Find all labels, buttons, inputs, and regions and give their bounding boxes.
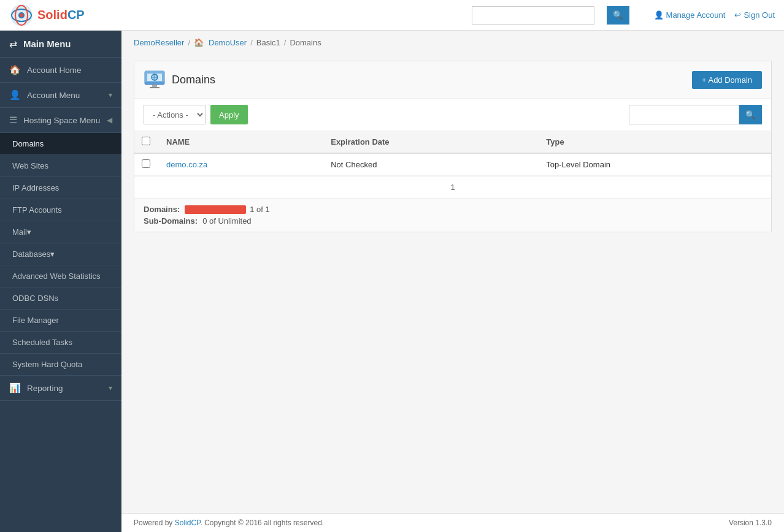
logo-icon xyxy=(9,3,34,28)
panel-header: Domains + Add Domain xyxy=(134,61,771,99)
domains-icon xyxy=(144,69,166,91)
main-menu-label: Main Menu xyxy=(23,39,71,49)
svg-rect-9 xyxy=(150,87,159,88)
svg-point-4 xyxy=(20,13,23,17)
pagination-text: 1 xyxy=(450,183,455,192)
sidebar-item-web-sites[interactable]: Web Sites xyxy=(0,155,121,177)
sidebar-item-domains[interactable]: Domains xyxy=(0,133,121,155)
databases-label: Databases xyxy=(12,249,50,259)
hosting-space-label: Hosting Space Menu xyxy=(23,116,107,125)
hosting-space-icon: ☰ xyxy=(9,115,17,126)
table-row: demo.co.za Not Checked Top-Level Domain xyxy=(134,153,771,176)
row-name-cell: demo.co.za xyxy=(159,153,323,176)
web-sites-label: Web Sites xyxy=(12,161,48,170)
table-body: demo.co.za Not Checked Top-Level Domain xyxy=(134,153,771,176)
select-all-checkbox[interactable] xyxy=(142,137,150,145)
file-manager-label: File Manager xyxy=(12,316,59,325)
breadcrumb-basic1: Basic1 xyxy=(256,38,280,47)
databases-chevron: ▾ xyxy=(50,249,55,259)
row-type-cell: Top-Level Domain xyxy=(539,153,771,176)
add-domain-button[interactable]: + Add Domain xyxy=(692,71,762,89)
account-menu-label: Account Menu xyxy=(27,91,109,100)
top-search-container: 🔍 xyxy=(472,6,642,25)
hosting-space-chevron: ◀ xyxy=(107,116,112,124)
domains-bar xyxy=(185,205,246,214)
reporting-icon: 📊 xyxy=(9,382,21,393)
sidebar-main-menu: ⇄ Main Menu xyxy=(0,31,121,58)
user-icon: 👤 xyxy=(654,10,664,20)
domains-table: NAME Expiration Date Type demo.co.za Not… xyxy=(134,131,771,176)
sidebar-item-file-manager[interactable]: File Manager xyxy=(0,310,121,332)
sidebar: ⇄ Main Menu 🏠 Account Home 👤 Account Men… xyxy=(0,31,121,532)
footer-brand-link[interactable]: SolidCP xyxy=(175,519,201,527)
toolbar-row: - Actions - Apply 🔍 xyxy=(134,99,771,131)
logo-cp-text: CP xyxy=(67,8,85,21)
breadcrumb-demo-user[interactable]: DemoUser xyxy=(209,38,247,47)
breadcrumb: DemoReseller / 🏠 DemoUser / Basic1 / Dom… xyxy=(121,31,784,55)
sidebar-item-mail[interactable]: Mail ▾ xyxy=(0,221,121,243)
actions-select[interactable]: - Actions - xyxy=(144,105,206,124)
main-menu-icon: ⇄ xyxy=(9,38,17,50)
content-area: DemoReseller / 🏠 DemoUser / Basic1 / Dom… xyxy=(121,31,784,532)
domain-search-input[interactable] xyxy=(629,105,739,124)
sign-out-link[interactable]: ↩ Sign Out xyxy=(734,10,775,20)
domain-search-button[interactable]: 🔍 xyxy=(739,105,762,124)
sidebar-item-ip-addresses[interactable]: IP Addresses xyxy=(0,177,121,199)
mail-chevron: ▾ xyxy=(27,227,31,237)
domains-stat-row: Domains: 1 of 1 xyxy=(144,205,762,214)
domains-bar-container: 1 of 1 xyxy=(185,205,270,214)
system-hard-quota-label: System Hard Quota xyxy=(12,360,82,369)
row-checkbox[interactable] xyxy=(142,159,150,168)
domain-link[interactable]: demo.co.za xyxy=(166,160,207,169)
toolbar-left: - Actions - Apply xyxy=(144,105,248,124)
type-header: Type xyxy=(539,131,771,153)
sidebar-item-account-menu[interactable]: 👤 Account Menu ▾ xyxy=(0,83,121,108)
account-home-icon: 🏠 xyxy=(9,64,21,75)
sidebar-item-reporting[interactable]: 📊 Reporting ▾ xyxy=(0,376,121,401)
stats-footer: Domains: 1 of 1 Sub-Domains: 0 of Unlimi… xyxy=(134,198,771,232)
row-checkbox-cell xyxy=(134,153,159,176)
top-search-input[interactable] xyxy=(472,6,594,25)
mail-label: Mail xyxy=(12,227,27,237)
scheduled-tasks-label: Scheduled Tasks xyxy=(12,338,72,347)
version-text: Version 1.3.0 xyxy=(729,519,772,527)
manage-account-link[interactable]: 👤 Manage Account xyxy=(654,10,726,20)
domains-bar-fill xyxy=(185,205,246,214)
subdomains-stat-label: Sub-Domains: xyxy=(144,216,198,226)
sidebar-item-ftp-accounts[interactable]: FTP Accounts xyxy=(0,199,121,221)
domains-panel: Domains + Add Domain - Actions - Apply 🔍 xyxy=(134,61,772,232)
sidebar-item-account-home[interactable]: 🏠 Account Home xyxy=(0,58,121,83)
checkbox-header xyxy=(134,131,159,153)
ftp-accounts-label: FTP Accounts xyxy=(12,205,62,215)
ip-addresses-label: IP Addresses xyxy=(12,183,59,192)
breadcrumb-demo-reseller[interactable]: DemoReseller xyxy=(134,38,184,47)
apply-button[interactable]: Apply xyxy=(210,105,248,124)
sidebar-item-databases[interactable]: Databases ▾ xyxy=(0,243,121,265)
row-expiration-cell: Not Checked xyxy=(323,153,539,176)
main-layout: ⇄ Main Menu 🏠 Account Home 👤 Account Men… xyxy=(0,31,784,532)
logo: SolidCP xyxy=(9,3,85,28)
top-navbar: SolidCP 🔍 👤 Manage Account ↩ Sign Out xyxy=(0,0,784,31)
signout-icon: ↩ xyxy=(734,10,741,20)
name-header: NAME xyxy=(159,131,323,153)
account-menu-icon: 👤 xyxy=(9,89,21,101)
logo-solid-text: Solid xyxy=(37,8,67,21)
page-title: Domains xyxy=(172,74,215,86)
sidebar-item-odbc-dsns[interactable]: ODBC DSNs xyxy=(0,287,121,310)
sidebar-item-scheduled-tasks[interactable]: Scheduled Tasks xyxy=(0,332,121,354)
footer-text: Powered by SolidCP. Copyright © 2016 all… xyxy=(134,519,324,527)
reporting-label: Reporting xyxy=(27,384,109,393)
sidebar-item-advanced-web-stats[interactable]: Advanced Web Statistics xyxy=(0,265,121,287)
subdomains-stat-count: 0 of Unlimited xyxy=(202,216,251,226)
expiration-header: Expiration Date xyxy=(323,131,539,153)
account-home-label: Account Home xyxy=(27,66,112,75)
pagination-row: 1 xyxy=(134,176,771,198)
account-menu-chevron: ▾ xyxy=(109,91,112,99)
table-header: NAME Expiration Date Type xyxy=(134,131,771,153)
sidebar-item-system-hard-quota[interactable]: System Hard Quota xyxy=(0,354,121,376)
panel-title: Domains xyxy=(144,69,215,91)
sidebar-item-hosting-space-menu[interactable]: ☰ Hosting Space Menu ◀ xyxy=(0,108,121,133)
domains-stat-count: 1 of 1 xyxy=(250,205,270,214)
top-search-button[interactable]: 🔍 xyxy=(607,6,629,25)
odbc-dsns-label: ODBC DSNs xyxy=(12,294,58,303)
